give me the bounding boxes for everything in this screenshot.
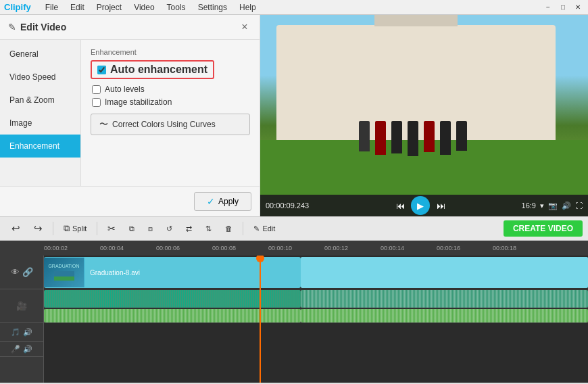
- close-panel-button[interactable]: ×: [238, 20, 251, 34]
- audio-clip-1-ext: [301, 290, 588, 308]
- ruler-mark-4s: 00:00:04: [100, 245, 124, 251]
- video-preview: 00:00:09.243 ⏮ ▶ ⏭ 16:9 ▾ 📷 🔊 ⛶: [260, 15, 588, 216]
- aspect-ratio: 16:9: [522, 201, 536, 210]
- play-button[interactable]: ▶: [411, 196, 430, 215]
- ruler-mark-6s: 00:00:06: [156, 245, 180, 251]
- split-icon: ⧉: [64, 223, 70, 234]
- auto-levels-checkbox[interactable]: [92, 85, 101, 94]
- sidebar-item-video-speed[interactable]: Video Speed: [0, 66, 80, 89]
- edit-video-panel: ✎ Edit Video × General Video Speed Pan &…: [0, 15, 260, 216]
- preview-image: [260, 15, 588, 216]
- aspect-ratio-dropdown-icon[interactable]: ▾: [540, 201, 544, 210]
- undo-button[interactable]: ↩: [5, 220, 26, 237]
- image-stabilization-checkbox[interactable]: [92, 98, 101, 107]
- sidebar-item-image[interactable]: Image: [0, 112, 80, 135]
- sidebar-item-enhancement[interactable]: Enhancement: [0, 135, 80, 158]
- menu-help[interactable]: Help: [235, 1, 261, 14]
- audio-clip-2[interactable]: [44, 309, 301, 322]
- auto-enhancement-checkbox[interactable]: [97, 66, 106, 74]
- menu-edit[interactable]: Edit: [66, 1, 89, 14]
- ruler-label-18s: 00:00:18: [493, 245, 516, 251]
- rotate-button[interactable]: ↺: [160, 222, 178, 236]
- menu-file[interactable]: File: [41, 1, 63, 14]
- camera-icon[interactable]: 📷: [548, 201, 558, 210]
- track-control-audio2: 🎤 🔊: [0, 342, 43, 357]
- menu-tools[interactable]: Tools: [162, 1, 191, 14]
- sidebar-item-general[interactable]: General: [0, 43, 80, 66]
- timeline-ruler: 00:00:02 00:00:04 00:00:06 00:00:08 00:0…: [0, 241, 588, 256]
- ruler-mark-16s: 00:00:16: [437, 245, 460, 251]
- menu-settings[interactable]: Settings: [193, 1, 232, 14]
- flip-v-button[interactable]: ⇅: [199, 222, 218, 236]
- audio-clip-2-ext: [301, 309, 588, 322]
- toolbar-separator-3: [243, 222, 243, 235]
- flip-h-button[interactable]: ⇄: [180, 222, 198, 236]
- toolbar-separator-1: [53, 222, 53, 235]
- rewind-button[interactable]: ⏮: [392, 197, 408, 214]
- enhancement-section-label: Enhancement: [91, 48, 250, 56]
- audio-wave-2: [44, 309, 301, 322]
- ruler-mark-2s: 00:00:02: [44, 245, 68, 251]
- tracks-area[interactable]: GRADUATION Graduation-8.avi: [44, 256, 588, 383]
- edit-video-header: ✎ Edit Video ×: [0, 15, 260, 40]
- camera-track-icon[interactable]: 🎥: [16, 301, 27, 311]
- correct-colors-button[interactable]: 〜 Correct Colors Using Curves: [91, 114, 250, 135]
- ruler-label-8s: 00:00:08: [212, 245, 236, 251]
- timeline: 00:00:02 00:00:04 00:00:06 00:00:08 00:0…: [0, 241, 588, 383]
- menu-video[interactable]: Video: [129, 1, 159, 14]
- split-button[interactable]: ⧉ Split: [57, 220, 93, 237]
- ruler-label-12s: 00:00:12: [324, 245, 348, 251]
- volume-track-icon2[interactable]: 🔊: [23, 345, 32, 354]
- mic-icon[interactable]: 🎤: [11, 345, 20, 354]
- minimize-button[interactable]: −: [542, 2, 554, 13]
- track-control-audio1: 🎵 🔊: [0, 323, 43, 342]
- cut-button[interactable]: ✂: [101, 220, 122, 237]
- track-controls: 👁 🔗 🎥 🎵 🔊 🎤 🔊: [0, 256, 44, 383]
- preview-controls: 00:00:09.243 ⏮ ▶ ⏭ 16:9 ▾ 📷 🔊 ⛶: [260, 195, 588, 216]
- toolbar: ↩ ↪ ⧉ Split ✂ ⧉ ⧈ ↺ ⇄ ⇅ 🗑 ✎ Edit CREATE …: [0, 216, 588, 241]
- edit-label: Edit: [262, 224, 275, 233]
- ruler-label-16s: 00:00:16: [437, 245, 460, 251]
- preview-figures: [359, 121, 467, 156]
- ruler-label-2s: 00:00:02: [44, 245, 68, 251]
- playback-buttons: ⏮ ▶ ⏭: [320, 196, 522, 215]
- delete-button[interactable]: 🗑: [219, 222, 239, 235]
- menu-items: File Edit Project Video Tools Settings H…: [41, 1, 261, 14]
- image-stabilization-row: Image stabilization: [91, 97, 250, 107]
- clip-label: Graduation-8.avi: [84, 269, 145, 277]
- volume-icon[interactable]: 🔊: [562, 201, 571, 210]
- fullscreen-icon[interactable]: ⛶: [575, 201, 583, 210]
- paste-button[interactable]: ⧈: [142, 222, 159, 236]
- forward-button[interactable]: ⏭: [433, 197, 449, 214]
- enhancement-panel: Enhancement Auto enhancement Auto levels…: [81, 40, 260, 186]
- menu-project[interactable]: Project: [92, 1, 126, 14]
- volume-track-icon1[interactable]: 🔊: [23, 328, 32, 337]
- edit-video-body: General Video Speed Pan & Zoom Image Enh…: [0, 40, 260, 186]
- copy-button[interactable]: ⧉: [123, 222, 141, 236]
- edit-button[interactable]: ✎ Edit: [247, 222, 281, 236]
- eye-icon[interactable]: 👁: [11, 267, 20, 277]
- svg-rect-1: [54, 277, 74, 281]
- redo-button[interactable]: ↪: [28, 220, 49, 237]
- image-stabilization-label: Image stabilization: [105, 97, 172, 107]
- ruler-label-14s: 00:00:14: [381, 245, 404, 251]
- edit-icon: ✎: [8, 22, 16, 32]
- track-control-camera: 🎥: [0, 289, 43, 323]
- sidebar-item-pan-zoom[interactable]: Pan & Zoom: [0, 89, 80, 112]
- preview-right-controls: 16:9 ▾ 📷 🔊 ⛶: [522, 201, 583, 210]
- ruler-mark-14s: 00:00:14: [381, 245, 404, 251]
- ruler-label-4s: 00:00:04: [100, 245, 124, 251]
- audio-clip-1[interactable]: [44, 290, 301, 308]
- create-video-button[interactable]: CREATE VIDEO: [504, 220, 583, 237]
- audio-track-1: [44, 289, 588, 308]
- music-icon[interactable]: 🎵: [11, 328, 20, 337]
- thumbnail-svg: [54, 268, 74, 282]
- apply-button[interactable]: ✓ Apply: [194, 192, 251, 211]
- audio-track-2: [44, 308, 588, 323]
- link-icon[interactable]: 🔗: [22, 267, 33, 277]
- video-track: GRADUATION Graduation-8.avi: [44, 256, 588, 289]
- close-button[interactable]: ✕: [572, 2, 584, 13]
- main-area: ✎ Edit Video × General Video Speed Pan &…: [0, 15, 588, 216]
- maximize-button[interactable]: □: [557, 2, 569, 13]
- auto-levels-row: Auto levels: [91, 85, 250, 94]
